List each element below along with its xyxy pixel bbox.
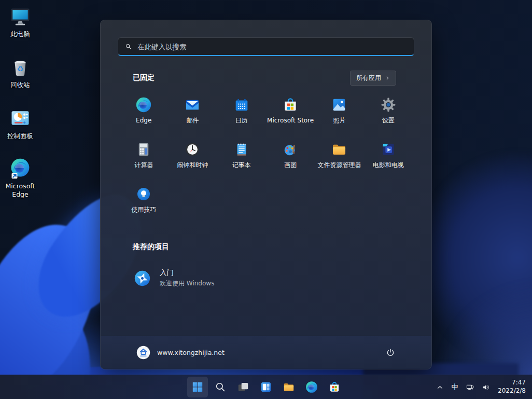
- pinned-app-label: 画图: [284, 162, 297, 169]
- search-icon: [214, 380, 227, 394]
- chevron-up-icon: [436, 383, 444, 392]
- pinned-app-label: 闹钟和时钟: [177, 162, 208, 169]
- user-account-button[interactable]: www.xitongzhijia.net: [132, 342, 229, 363]
- edge-icon: [135, 96, 152, 114]
- pinned-app-label: 设置: [382, 117, 395, 125]
- desktop-icon-label: Microsoft Edge: [0, 182, 40, 198]
- store-taskbar-button[interactable]: [324, 377, 345, 397]
- notepad-icon: [233, 141, 250, 158]
- pinned-app-label: 照片: [333, 117, 345, 125]
- pinned-app-photos[interactable]: 照片: [315, 91, 363, 136]
- pinned-app-paint[interactable]: 画图: [266, 136, 315, 181]
- pinned-app-edge[interactable]: Edge: [119, 91, 168, 136]
- all-apps-label: 所有应用: [356, 74, 381, 82]
- pinned-app-label: Edge: [136, 117, 151, 125]
- pinned-app-settings[interactable]: 设置: [364, 91, 413, 136]
- desktop-icon-label: 此电脑: [10, 30, 30, 38]
- store-icon: [282, 96, 299, 114]
- ime-label: 中: [452, 382, 459, 392]
- system-tray: 中 7:47 2022/2/8: [432, 375, 530, 399]
- user-name: www.xitongzhijia.net: [157, 349, 225, 356]
- tips-icon: [135, 185, 152, 203]
- taskbar: 中 7:47 2022/2/8: [0, 375, 532, 399]
- volume-button[interactable]: [479, 378, 494, 396]
- svg-text:♻: ♻: [17, 64, 23, 73]
- recommended-header: 推荐的项目: [133, 242, 169, 252]
- pinned-app-label: 日历: [235, 117, 248, 125]
- settings-icon: [380, 96, 397, 114]
- calculator-icon: [135, 141, 152, 158]
- desktop-icon-this-pc[interactable]: 此电脑: [0, 5, 40, 38]
- pinned-app-clock[interactable]: 闹钟和时钟: [168, 136, 217, 181]
- pinned-app-calculator[interactable]: 计算器: [119, 136, 168, 181]
- photos-icon: [330, 96, 348, 114]
- store-icon: [328, 380, 341, 394]
- pinned-app-label: 记事本: [232, 162, 251, 169]
- control-panel-icon: [9, 107, 32, 130]
- desktop-icon-label: 控制面板: [7, 132, 33, 140]
- desktop-icon-label: 回收站: [10, 81, 30, 89]
- recommended-item-text: 入门欢迎使用 Windows: [160, 268, 214, 288]
- recommended-item-title: 入门: [160, 268, 214, 278]
- search-input-box[interactable]: [118, 37, 414, 56]
- edge-taskbar-button[interactable]: [301, 377, 322, 397]
- desktop-icon-edge-shortcut[interactable]: Microsoft Edge: [0, 157, 40, 198]
- chevron-right-icon: [385, 76, 390, 80]
- start-menu: 已固定 所有应用 Edge 邮件 日历 Microso: [100, 20, 432, 369]
- taskbar-buttons: [187, 377, 345, 397]
- paint-icon: [282, 141, 299, 158]
- clock-date: 2022/2/8: [498, 387, 526, 395]
- recommended-list: 入门欢迎使用 Windows: [123, 264, 409, 293]
- volume-icon: [482, 383, 491, 392]
- pinned-app-label: Microsoft Store: [267, 117, 314, 125]
- network-button[interactable]: [463, 378, 478, 396]
- file-explorer-button[interactable]: [278, 377, 299, 397]
- pinned-app-calendar[interactable]: 日历: [217, 91, 266, 136]
- power-icon: [385, 348, 396, 358]
- pinned-app-tips[interactable]: 使用技巧: [119, 181, 168, 225]
- widgets-button[interactable]: [256, 377, 276, 397]
- start-icon: [191, 380, 204, 394]
- widgets-icon: [259, 380, 273, 394]
- tray-overflow-button[interactable]: [432, 378, 447, 396]
- clock[interactable]: 7:47 2022/2/8: [495, 379, 530, 395]
- pinned-app-store[interactable]: Microsoft Store: [266, 91, 315, 136]
- power-button[interactable]: [381, 343, 400, 363]
- this-pc-icon: [9, 5, 32, 28]
- task-view-icon: [236, 380, 250, 394]
- taskbar-search-button[interactable]: [210, 377, 231, 397]
- mail-icon: [184, 96, 201, 114]
- pinned-app-label: 计算器: [134, 162, 153, 169]
- pinned-app-label: 电影和电视: [373, 162, 404, 169]
- ime-button[interactable]: 中: [449, 378, 462, 396]
- pinned-app-label: 使用技巧: [131, 207, 156, 214]
- clock-icon: [184, 141, 201, 158]
- pinned-app-mail[interactable]: 邮件: [168, 91, 217, 136]
- pinned-app-notepad[interactable]: 记事本: [217, 136, 266, 181]
- clock-time: 7:47: [498, 379, 526, 387]
- file-explorer-icon: [330, 141, 348, 158]
- search-icon: [124, 43, 132, 50]
- start-menu-footer: www.xitongzhijia.net: [101, 336, 431, 369]
- task-view-button[interactable]: [233, 377, 254, 397]
- movies-tv-icon: [380, 141, 397, 158]
- all-apps-button[interactable]: 所有应用: [350, 71, 396, 86]
- desktop-icon-control-panel[interactable]: 控制面板: [0, 107, 40, 140]
- pinned-app-file-explorer[interactable]: 文件资源管理器: [315, 136, 363, 181]
- network-icon: [466, 383, 474, 392]
- get-started-icon: [133, 269, 152, 288]
- calendar-icon: [233, 96, 250, 114]
- pinned-apps-grid: Edge 邮件 日历 Microsoft Store 照片 设置: [119, 91, 413, 225]
- pinned-app-label: 文件资源管理器: [317, 162, 361, 169]
- start-button[interactable]: [187, 377, 208, 397]
- recommended-item-subtitle: 欢迎使用 Windows: [160, 279, 214, 288]
- screen: 此电脑 ♻回收站 控制面板 Microsoft Edge: [0, 0, 532, 399]
- pinned-app-label: 邮件: [186, 117, 199, 125]
- edge-icon: [305, 380, 318, 394]
- edge-shortcut-icon: [9, 157, 32, 180]
- pinned-header: 已固定: [133, 73, 155, 82]
- pinned-app-movies-tv[interactable]: 电影和电视: [364, 136, 413, 181]
- recommended-item-get-started[interactable]: 入门欢迎使用 Windows: [123, 264, 409, 293]
- search-input[interactable]: [137, 43, 408, 51]
- desktop-icon-recycle-bin[interactable]: ♻回收站: [0, 56, 40, 89]
